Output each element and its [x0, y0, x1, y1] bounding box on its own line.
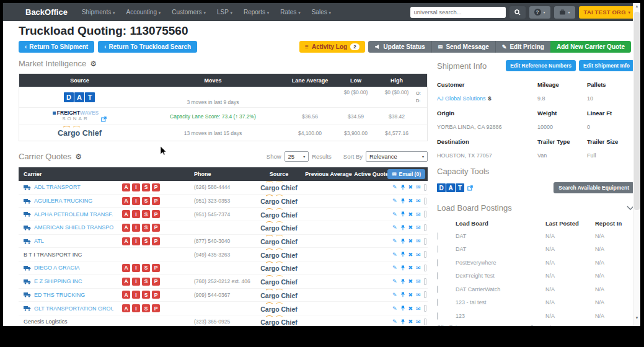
carrier-link[interactable]: AGUILERA TRUCKING — [34, 198, 92, 204]
show-results-select[interactable]: 25▾ — [285, 151, 309, 162]
badge-s[interactable]: S — [142, 183, 150, 191]
email-icon[interactable]: ✉ — [416, 184, 421, 190]
carrier-link[interactable]: ALPHA PETROLEUM TRANSF... — [34, 211, 113, 217]
pin-icon[interactable] — [400, 225, 405, 231]
delete-icon[interactable]: ✖ — [408, 318, 413, 325]
row-checkbox[interactable] — [424, 238, 426, 245]
edit-shipment-info-button[interactable]: Edit Shipment Info — [579, 60, 634, 71]
badge-i[interactable]: I — [132, 224, 140, 232]
badge-a[interactable]: A — [122, 264, 130, 272]
pin-icon[interactable] — [400, 185, 405, 190]
org-selector-button[interactable]: TAI TEST ORG▾ — [579, 6, 635, 19]
badge-i[interactable]: I — [132, 210, 140, 218]
activity-log-button[interactable]: ≡Activity Log2 — [299, 41, 365, 53]
badge-a[interactable]: A — [122, 278, 130, 286]
pin-icon[interactable] — [400, 265, 405, 271]
badge-p[interactable]: P — [152, 237, 160, 245]
badge-s[interactable]: S — [142, 291, 150, 299]
badge-s[interactable]: S — [142, 304, 150, 312]
nav-sales[interactable]: Sales ▾ — [312, 9, 331, 15]
row-checkbox[interactable] — [424, 184, 426, 191]
row-checkbox[interactable] — [424, 278, 426, 285]
edit-icon[interactable]: ✎ — [392, 252, 397, 258]
row-checkbox[interactable] — [424, 224, 426, 231]
badge-i[interactable]: I — [132, 264, 140, 272]
edit-icon[interactable]: ✎ — [392, 265, 397, 271]
pin-icon[interactable] — [400, 305, 405, 311]
row-checkbox[interactable] — [437, 232, 438, 240]
delete-icon[interactable]: ✖ — [408, 292, 413, 298]
universal-search-input[interactable] — [410, 7, 506, 18]
badge-a[interactable]: A — [122, 291, 130, 299]
pin-icon[interactable] — [400, 252, 405, 257]
row-checkbox[interactable] — [424, 211, 426, 217]
delete-icon[interactable]: ✖ — [408, 238, 413, 244]
dat-logo[interactable]: DAT — [64, 92, 95, 102]
pin-icon[interactable] — [400, 239, 405, 244]
row-checkbox[interactable] — [424, 291, 426, 298]
badge-s[interactable]: S — [142, 197, 150, 205]
row-checkbox[interactable] — [437, 286, 438, 293]
edit-icon[interactable]: ✎ — [392, 184, 397, 190]
pin-icon[interactable] — [400, 319, 405, 325]
external-link-icon[interactable] — [467, 185, 473, 191]
badge-a[interactable]: A — [122, 237, 130, 245]
carrier-link[interactable]: ATL — [34, 238, 44, 244]
edit-icon[interactable]: ✎ — [392, 198, 397, 204]
sort-by-select[interactable]: Relevance▾ — [366, 151, 428, 162]
carrier-link[interactable]: AMERICAN SHIELD TRANSPO... — [34, 224, 113, 231]
badge-a[interactable]: A — [122, 197, 130, 205]
delete-icon[interactable]: ✖ — [408, 184, 413, 190]
badge-p[interactable]: P — [152, 264, 160, 272]
pin-icon[interactable] — [400, 292, 405, 297]
help-menu-button[interactable]: ?▾ — [529, 6, 550, 19]
email-icon[interactable]: ✉ — [416, 198, 421, 204]
nav-accounting[interactable]: Accounting ▾ — [126, 9, 161, 15]
row-checkbox[interactable] — [437, 245, 438, 253]
delete-icon[interactable]: ✖ — [408, 305, 413, 312]
scroll-up-arrow[interactable]: ▲ — [633, 4, 640, 8]
nav-lsp[interactable]: LSP ▾ — [217, 9, 232, 15]
search-button[interactable] — [509, 6, 526, 19]
edit-icon[interactable]: ✎ — [392, 211, 397, 217]
row-checkbox[interactable] — [424, 318, 426, 325]
edit-icon[interactable]: ✎ — [392, 305, 397, 312]
badge-p[interactable]: P — [152, 278, 160, 286]
email-icon[interactable]: ✉ — [416, 238, 421, 244]
dat-logo[interactable]: DAT — [437, 183, 465, 192]
badge-s[interactable]: S — [142, 278, 150, 286]
send-message-button[interactable]: ✉Send Message — [432, 41, 496, 53]
badge-a[interactable]: A — [122, 304, 130, 312]
gear-icon[interactable]: ⚙ — [75, 152, 82, 161]
edit-reference-numbers-button[interactable]: Edit Reference Numbers — [506, 60, 576, 71]
scrollbar-thumb[interactable] — [634, 12, 640, 210]
pin-icon[interactable] — [400, 198, 405, 204]
badge-p[interactable]: P — [152, 197, 160, 205]
edit-icon[interactable]: ✎ — [392, 224, 397, 231]
delete-icon[interactable]: ✖ — [408, 278, 413, 284]
delete-icon[interactable]: ✖ — [408, 198, 413, 204]
customer-link[interactable]: AJ Global Solutions — [437, 95, 486, 102]
row-checkbox[interactable] — [437, 299, 438, 306]
gear-icon[interactable]: ⚙ — [90, 59, 97, 68]
update-status-button[interactable]: Update Status — [368, 41, 432, 53]
carrier-link[interactable]: ED THS TRUCKING — [34, 292, 85, 298]
pin-icon[interactable] — [400, 211, 405, 217]
nav-reports[interactable]: Reports ▾ — [244, 9, 269, 15]
carrier-link[interactable]: E Z SHIPPING INC — [34, 278, 82, 284]
email-icon[interactable]: ✉ — [416, 265, 421, 271]
badge-i[interactable]: I — [132, 304, 140, 312]
delete-icon[interactable]: ✖ — [408, 265, 413, 271]
badge-p[interactable]: P — [152, 224, 160, 232]
edit-icon[interactable]: ✎ — [392, 292, 397, 298]
badge-s[interactable]: S — [142, 264, 150, 272]
badge-s[interactable]: S — [142, 210, 150, 218]
email-icon[interactable]: ✉ — [416, 224, 421, 231]
email-icon[interactable]: ✉ — [416, 252, 421, 258]
scroll-down-arrow[interactable]: ▼ — [633, 316, 640, 320]
badge-i[interactable]: I — [132, 291, 140, 299]
add-new-carrier-quote-button[interactable]: Add New Carrier Quote — [550, 41, 631, 53]
pin-icon[interactable] — [400, 279, 405, 284]
search-available-equipment-button[interactable]: Search Available Equipment — [554, 182, 634, 193]
nav-shipments[interactable]: Shipments ▾ — [82, 9, 115, 15]
